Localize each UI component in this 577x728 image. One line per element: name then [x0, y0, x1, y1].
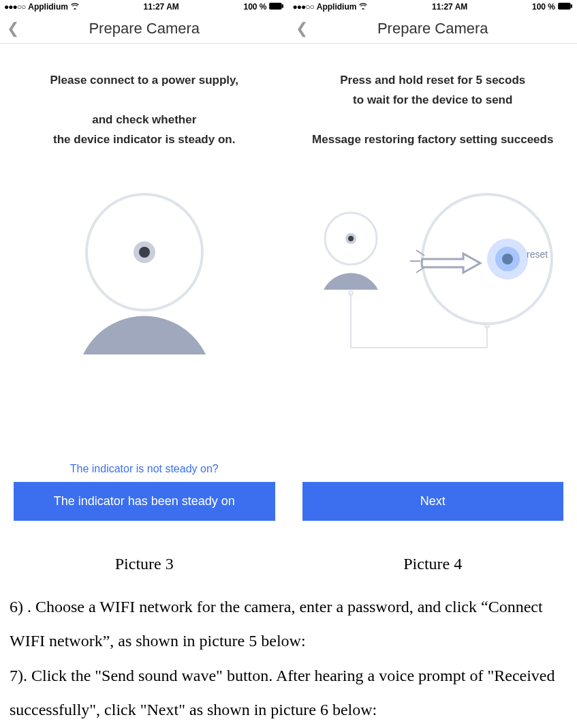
svg-point-4	[139, 247, 150, 258]
carrier-label: Applidium	[28, 2, 68, 12]
battery-label: 100 %	[532, 2, 555, 12]
screen2-content: Press and hold reset for 5 secods to wai…	[289, 71, 578, 521]
next-button[interactable]: Next	[302, 482, 564, 521]
svg-rect-0	[270, 3, 282, 10]
screen1-content: Please connect to a power supply, and ch…	[0, 71, 289, 521]
svg-point-13	[502, 254, 513, 264]
status-bar: ●●●○○ Applidium 11:27 AM 100 %	[0, 0, 289, 14]
instruction-line: Please connect to a power supply,	[50, 74, 238, 87]
svg-rect-5	[558, 3, 570, 10]
step-6-text: 6) . Choose a WIFI network for the camer…	[10, 590, 567, 658]
screen1-instruction: Please connect to a power supply, and ch…	[14, 71, 275, 150]
steady-on-button[interactable]: The indicator has been steady on	[14, 482, 275, 521]
caption-picture-4: Picture 4	[289, 555, 578, 573]
carrier-label: Applidium	[317, 2, 357, 12]
status-time: 11:27 AM	[432, 2, 467, 12]
nav-title: Prepare Camera	[289, 20, 578, 37]
camera-illustration	[14, 164, 275, 382]
screenshots-row: ●●●○○ Applidium 11:27 AM 100 % ❮ Prepare…	[0, 0, 577, 521]
instruction-line: Message restoring factory setting succee…	[312, 133, 553, 146]
caption-picture-3: Picture 3	[0, 555, 289, 573]
wifi-icon	[71, 2, 79, 12]
reset-label: reset	[527, 249, 548, 260]
instruction-line: and check whether	[92, 113, 196, 126]
status-time: 11:27 AM	[144, 2, 179, 12]
step-7-text: 7). Click the "Send sound wave" button. …	[10, 658, 567, 727]
battery-icon	[269, 2, 284, 12]
signal-dots-icon: ●●●○○	[293, 2, 314, 12]
instruction-line: to wait for the device to send	[353, 93, 512, 106]
nav-title: Prepare Camera	[0, 20, 289, 37]
svg-rect-1	[282, 5, 284, 8]
phone-screenshot-2: ●●●○○ Applidium 11:27 AM 100 % ❮ Prepare…	[289, 0, 578, 521]
svg-point-9	[348, 236, 354, 241]
instruction-line: Press and hold reset for 5 secods	[340, 74, 525, 87]
battery-icon	[558, 2, 573, 12]
signal-dots-icon: ●●●○○	[4, 2, 25, 12]
wifi-icon	[359, 2, 367, 12]
back-chevron-icon[interactable]: ❮	[296, 21, 308, 36]
reset-illustration: reset	[302, 164, 564, 382]
captions-row: Picture 3 Picture 4	[0, 555, 577, 573]
screen2-instruction: Press and hold reset for 5 secods to wai…	[302, 71, 564, 150]
instruction-line: the device indicator is steady on.	[53, 133, 235, 146]
battery-label: 100 %	[243, 2, 266, 12]
status-bar: ●●●○○ Applidium 11:27 AM 100 %	[289, 0, 578, 14]
nav-bar: ❮ Prepare Camera	[0, 14, 289, 44]
nav-bar: ❮ Prepare Camera	[289, 14, 578, 44]
phone-screenshot-1: ●●●○○ Applidium 11:27 AM 100 % ❮ Prepare…	[0, 0, 289, 521]
svg-rect-6	[570, 5, 572, 8]
back-chevron-icon[interactable]: ❮	[7, 21, 19, 36]
help-link[interactable]: The indicator is not steady on?	[14, 463, 275, 475]
body-text: 6) . Choose a WIFI network for the camer…	[0, 590, 577, 727]
